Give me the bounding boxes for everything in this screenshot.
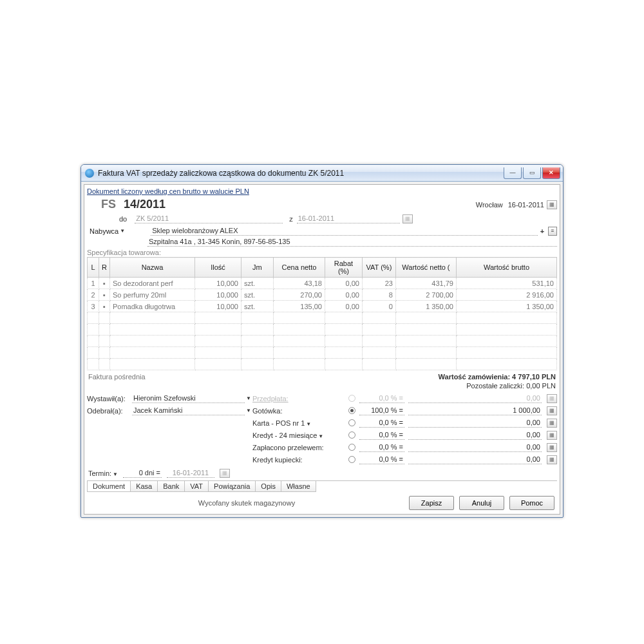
- pay-credit-amt[interactable]: 0,00: [408, 430, 542, 440]
- col-grossval[interactable]: Wartość brutto: [456, 258, 556, 278]
- doc-prefix: FS: [101, 198, 116, 211]
- table-row[interactable]: 1▪So dezodorant perf10,000szt.43,180,002…: [88, 278, 557, 289]
- ref-calendar-icon: ▦: [402, 214, 413, 223]
- table-row[interactable]: [88, 359, 557, 370]
- table-row[interactable]: 2▪So perfumy 20ml10,000szt.270,000,0082 …: [88, 289, 557, 301]
- tab-vat[interactable]: VAT: [184, 481, 209, 492]
- col-qty[interactable]: Ilość: [194, 258, 241, 278]
- table-row[interactable]: [88, 312, 557, 324]
- calc-icon: ▦: [547, 394, 557, 403]
- add-buyer-button[interactable]: +: [538, 227, 547, 235]
- do-label: do: [119, 215, 127, 223]
- calc-icon[interactable]: ▦: [547, 455, 557, 464]
- calc-icon[interactable]: ▦: [547, 419, 557, 428]
- pay-card-amt[interactable]: 0,00: [408, 418, 542, 428]
- col-vat[interactable]: VAT (%): [362, 258, 395, 278]
- col-netval[interactable]: Wartość netto (: [395, 258, 456, 278]
- minimize-button[interactable]: —: [504, 167, 522, 179]
- table-row[interactable]: [88, 347, 557, 359]
- z-label: z: [289, 215, 293, 223]
- tab-kasa[interactable]: Kasa: [130, 481, 158, 492]
- col-jm[interactable]: Jm: [241, 258, 273, 278]
- received-by-field[interactable]: Jacek Kamiński: [132, 406, 245, 415]
- table-row[interactable]: [88, 336, 557, 347]
- buyer-address-field[interactable]: Szpitalna 41a , 31-345 Konin, 897-56-85-…: [147, 237, 557, 247]
- pay-transfer-amt[interactable]: 0,00: [408, 442, 542, 452]
- pay-cash-amt[interactable]: 1 000,00: [408, 406, 542, 415]
- close-button[interactable]: ✕: [542, 167, 560, 179]
- pay-credit-pct[interactable]: 0,0 % =: [359, 430, 404, 440]
- radio-credit[interactable]: [348, 431, 355, 439]
- issued-label: Wystawił(a):: [87, 395, 132, 402]
- footer-message: Wycofany skutek magazynowy: [90, 499, 404, 507]
- radio-prepaid: [348, 395, 355, 402]
- tab-opis[interactable]: Opis: [255, 481, 281, 492]
- doc-number[interactable]: 14/2011: [124, 198, 166, 211]
- radio-transfer[interactable]: [348, 444, 355, 451]
- tab-powiązania[interactable]: Powiązania: [208, 481, 256, 492]
- col-rabat[interactable]: Rabat (%): [325, 258, 362, 278]
- help-button[interactable]: Pomoc: [509, 496, 554, 510]
- buyer-name-field[interactable]: Sklep wielobranżowy ALEX: [151, 226, 538, 236]
- term-label[interactable]: Termin:▼: [88, 469, 118, 477]
- issued-by-field[interactable]: Hieronim Szefowski: [132, 393, 245, 403]
- received-label: Odebrał(a):: [87, 407, 132, 415]
- ref-date-field[interactable]: 16-01-2011: [297, 214, 400, 223]
- calc-icon[interactable]: ▦: [547, 431, 557, 440]
- pay-trade-label: Kredyt kupiecki:: [251, 456, 345, 464]
- chevron-down-icon[interactable]: ▼: [246, 395, 251, 401]
- ref-document-field[interactable]: ZK 5/2011: [135, 214, 283, 223]
- pay-prepaid-label: Przedpłata:: [251, 395, 345, 402]
- term-days-field[interactable]: 0 dni =: [123, 468, 162, 478]
- term-calendar-icon: ▦: [220, 469, 230, 478]
- spec-label: Specyfikacja towarowa:: [87, 247, 557, 257]
- col-name[interactable]: Nazwa: [109, 258, 194, 278]
- tab-własne[interactable]: Własne: [281, 481, 316, 492]
- tab-dokument[interactable]: Dokument: [87, 481, 131, 492]
- city-label: Wrocław: [476, 201, 503, 209]
- calc-icon[interactable]: ▦: [547, 443, 557, 452]
- pay-transfer-pct[interactable]: 0,0 % =: [359, 442, 404, 452]
- col-lp[interactable]: L: [88, 258, 99, 278]
- app-icon: [85, 169, 94, 178]
- col-netprice[interactable]: Cena netto: [273, 258, 325, 278]
- chevron-down-icon[interactable]: ▼: [246, 408, 251, 413]
- content-area: Dokument liczony według cen brutto w wal…: [84, 184, 560, 515]
- radio-cash[interactable]: [348, 407, 355, 414]
- items-table[interactable]: L R Nazwa Ilość Jm Cena netto Rabat (%) …: [87, 257, 557, 370]
- pay-trade-amt[interactable]: 0,00: [408, 455, 542, 464]
- pay-cash-label: Gotówka:: [251, 407, 345, 415]
- chevron-down-icon[interactable]: ▼: [120, 228, 125, 234]
- pay-trade-pct[interactable]: 0,0 % =: [359, 455, 404, 464]
- pay-card-label[interactable]: Karta - POS nr 1▼: [251, 419, 345, 427]
- document-date[interactable]: 16-01-2011: [508, 201, 544, 209]
- buyer-label[interactable]: Nabywca: [90, 227, 118, 235]
- tab-bank[interactable]: Bank: [157, 481, 185, 492]
- buyer-list-button[interactable]: ≡: [548, 227, 557, 236]
- intermediate-label: Faktura pośrednia: [88, 373, 146, 381]
- pay-prepaid-amt: 0,00: [408, 393, 542, 403]
- radio-trade[interactable]: [348, 456, 355, 463]
- titlebar[interactable]: Faktura VAT sprzedaży zaliczkowa cząstko…: [81, 165, 563, 182]
- invoice-window: Faktura VAT sprzedaży zaliczkowa cząstko…: [80, 164, 564, 518]
- calendar-icon[interactable]: ▦: [547, 200, 557, 209]
- calc-icon[interactable]: ▦: [547, 406, 557, 415]
- bottom-tabs: DokumentKasaBankVATPowiązaniaOpisWłasne: [87, 480, 557, 492]
- pay-card-pct[interactable]: 0,0 % =: [359, 418, 404, 428]
- pay-credit-label[interactable]: Kredyt - 24 miesiące▼: [251, 431, 345, 439]
- pay-transfer-label: Zapłacono przelewem:: [251, 444, 345, 451]
- cancel-button[interactable]: Anuluj: [459, 496, 504, 510]
- table-row[interactable]: [88, 324, 557, 336]
- pay-prepaid-pct: 0,0 % =: [359, 393, 404, 403]
- order-value: Wartość zamówienia: 4 797,10 PLN: [439, 373, 556, 381]
- term-date-field[interactable]: 16-01-2011: [167, 468, 214, 478]
- col-r[interactable]: R: [99, 258, 110, 278]
- pay-cash-pct[interactable]: 100,0 % =: [359, 406, 404, 415]
- window-title: Faktura VAT sprzedaży zaliczkowa cząstko…: [98, 169, 504, 178]
- radio-card[interactable]: [348, 419, 355, 426]
- maximize-button[interactable]: ▭: [523, 167, 541, 179]
- remaining-advances: Pozostałe zaliczki: 0,00 PLN: [87, 382, 557, 392]
- pricing-mode-link[interactable]: Dokument liczony według cen brutto w wal…: [87, 187, 249, 195]
- table-row[interactable]: 3▪Pomadka długotrwa10,000szt.135,000,000…: [88, 301, 557, 312]
- save-button[interactable]: Zapisz: [409, 496, 454, 510]
